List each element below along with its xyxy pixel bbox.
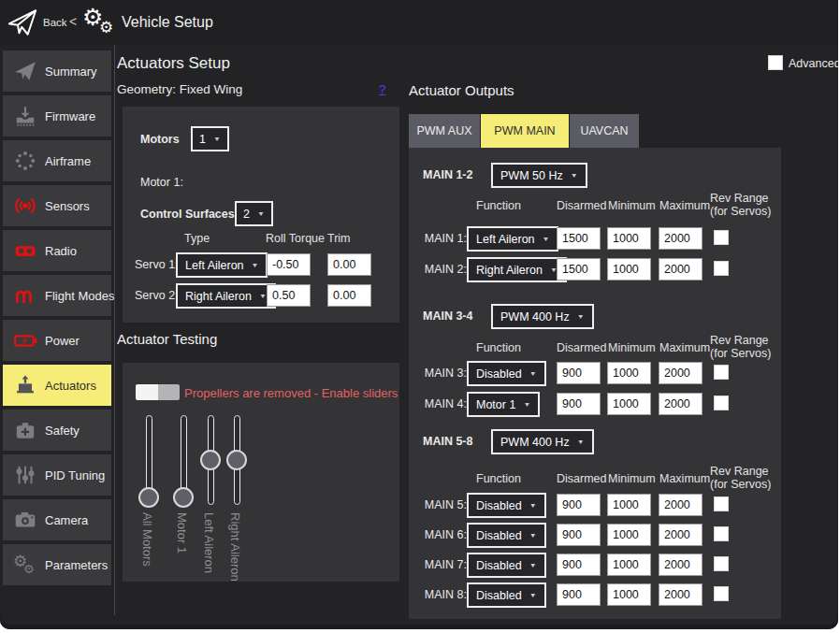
- main-6-disarmed-input[interactable]: [557, 524, 601, 546]
- control-surfaces-label: Control Surfaces: [140, 208, 235, 221]
- radio-icon: [13, 238, 37, 263]
- advanced-checkbox[interactable]: [768, 55, 783, 70]
- sidebar-item-airframe[interactable]: Airframe: [3, 140, 111, 181]
- airframe-dots-icon: [13, 149, 37, 173]
- geometry-label: Geometry: Fixed Wing: [117, 82, 242, 96]
- sidebar-item-camera[interactable]: Camera: [3, 499, 111, 540]
- parameters-gears-icon: ⚙ ⚙: [13, 553, 37, 577]
- main-3-minimum-input[interactable]: [607, 362, 651, 384]
- qgc-logo-paper-plane-icon[interactable]: [6, 7, 39, 38]
- main-2-maximum-input[interactable]: [659, 258, 702, 281]
- sidebar-item-parameters[interactable]: ⚙ ⚙ Parameters: [3, 544, 111, 585]
- main-2-rev-range-checkbox[interactable]: [714, 261, 729, 276]
- power-battery-icon: [13, 328, 37, 352]
- slider-handle[interactable]: [200, 450, 221, 470]
- sidebar-item-pid-tuning[interactable]: PID Tuning: [3, 454, 111, 496]
- main-8-disarmed-input[interactable]: [557, 583, 601, 606]
- main-2-disarmed-input[interactable]: [557, 258, 601, 281]
- main-1-rev-range-checkbox[interactable]: [714, 230, 729, 245]
- main-6-minimum-input[interactable]: [607, 524, 651, 546]
- actuators-setup-title: Actuators Setup: [117, 54, 230, 73]
- tab-pwm-main[interactable]: PWM MAIN: [481, 114, 569, 148]
- control-surfaces-count-dropdown[interactable]: 2: [235, 201, 273, 226]
- group-main-3-4-label: MAIN 3-4: [423, 309, 472, 323]
- servo-1-type-dropdown[interactable]: Left Aileron: [176, 252, 268, 278]
- tab-uavcan[interactable]: UAVCAN: [570, 114, 639, 148]
- main-7-disarmed-input[interactable]: [557, 554, 601, 576]
- camera-icon: [13, 508, 37, 532]
- main-3-disarmed-input[interactable]: [557, 362, 601, 384]
- main-8-minimum-input[interactable]: [607, 583, 651, 606]
- slider-all-motors: All Motors: [136, 415, 164, 616]
- slider-handle[interactable]: [173, 487, 194, 508]
- sidebar-item-power[interactable]: Power: [3, 320, 111, 361]
- servo-1-label: Servo 1:: [135, 258, 179, 271]
- main-4-disarmed-input[interactable]: [557, 393, 601, 415]
- main-4-maximum-input[interactable]: [659, 393, 702, 415]
- servo-2-type-dropdown[interactable]: Right Aileron: [176, 283, 276, 309]
- main-4-minimum-input[interactable]: [607, 393, 651, 415]
- motors-count-dropdown[interactable]: 1: [191, 126, 229, 151]
- main-8-rev-range-checkbox[interactable]: [714, 586, 729, 601]
- main-7-maximum-input[interactable]: [659, 554, 702, 576]
- enable-sliders-toggle[interactable]: [136, 384, 180, 400]
- main-5-function-dropdown[interactable]: Disabled: [467, 493, 546, 518]
- main-8-function-dropdown[interactable]: Disabled: [467, 583, 546, 608]
- sidebar-item-safety[interactable]: Safety: [3, 410, 111, 451]
- slider-handle[interactable]: [226, 450, 247, 470]
- main-6-rev-range-checkbox[interactable]: [714, 526, 729, 541]
- sidebar-item-firmware[interactable]: Firmware: [3, 95, 111, 137]
- back-button[interactable]: Back: [43, 17, 67, 28]
- slider-handle[interactable]: [138, 487, 159, 508]
- function-header: Function: [476, 199, 521, 212]
- main-1-disarmed-input[interactable]: [557, 227, 601, 250]
- main-5-minimum-input[interactable]: [607, 494, 651, 516]
- servo-1-trim-input[interactable]: [327, 253, 371, 276]
- main-6-maximum-input[interactable]: [659, 524, 702, 546]
- firmware-download-icon: [13, 104, 37, 128]
- sidebar-item-flight-modes[interactable]: Flight Modes: [3, 275, 111, 316]
- main-6-function-dropdown[interactable]: Disabled: [467, 523, 546, 548]
- main-4-label: MAIN 4:: [423, 397, 467, 410]
- rev-range-header-line2: (for Servos): [710, 205, 771, 218]
- servo-2-label: Servo 2:: [135, 289, 179, 302]
- disarmed-header: Disarmed: [557, 341, 607, 354]
- servo-1-roll-torque-input[interactable]: [267, 253, 311, 276]
- pid-tuning-sliders-icon: [13, 463, 37, 487]
- main-1-maximum-input[interactable]: [659, 227, 702, 250]
- geometry-help-link[interactable]: ?: [379, 82, 386, 96]
- sidebar-item-sensors[interactable]: Sensors: [3, 185, 111, 226]
- advanced-label: Advanced: [789, 57, 838, 70]
- rev-range-header-line2: (for Servos): [710, 478, 771, 491]
- main-5-disarmed-input[interactable]: [557, 494, 601, 516]
- main-7-rev-range-checkbox[interactable]: [714, 556, 729, 571]
- slider-label: Motor 1: [175, 512, 189, 554]
- rev-range-header-line1: Rev Range: [710, 334, 769, 347]
- actuator-testing-panel: Propellers are removed - Enable sliders …: [123, 363, 399, 582]
- propellers-warning-text: Propellers are removed - Enable sliders: [184, 386, 398, 400]
- main-2-minimum-input[interactable]: [607, 258, 651, 281]
- main-7-function-dropdown[interactable]: Disabled: [467, 553, 546, 578]
- main-3-rev-range-checkbox[interactable]: [714, 365, 729, 380]
- group-main-3-4-rate-dropdown[interactable]: PWM 400 Hz: [491, 304, 594, 329]
- main-4-rev-range-checkbox[interactable]: [714, 396, 729, 410]
- group-main-5-8-rate-dropdown[interactable]: PWM 400 Hz: [491, 429, 594, 454]
- sidebar-item-radio[interactable]: Radio: [3, 230, 111, 271]
- sidebar-item-summary[interactable]: Summary: [3, 50, 111, 92]
- main-2-function-dropdown[interactable]: Right Aileron: [467, 257, 567, 282]
- main-1-function-dropdown[interactable]: Left Aileron: [467, 226, 558, 252]
- servo-2-roll-torque-input[interactable]: [267, 284, 311, 307]
- main-8-maximum-input[interactable]: [659, 583, 702, 606]
- sidebar-item-actuators[interactable]: Actuators: [3, 365, 111, 406]
- servo-2-trim-input[interactable]: [327, 284, 371, 307]
- tab-pwm-aux[interactable]: PWM AUX: [409, 114, 480, 148]
- function-header: Function: [476, 341, 521, 354]
- main-7-minimum-input[interactable]: [607, 554, 651, 576]
- main-3-function-dropdown[interactable]: Disabled: [467, 361, 546, 386]
- group-main-1-2-rate-dropdown[interactable]: PWM 50 Hz: [491, 163, 587, 188]
- main-5-maximum-input[interactable]: [659, 494, 702, 516]
- main-5-rev-range-checkbox[interactable]: [714, 496, 729, 511]
- main-4-function-dropdown[interactable]: Motor 1: [467, 392, 540, 417]
- main-1-minimum-input[interactable]: [607, 227, 651, 250]
- main-3-maximum-input[interactable]: [659, 362, 702, 384]
